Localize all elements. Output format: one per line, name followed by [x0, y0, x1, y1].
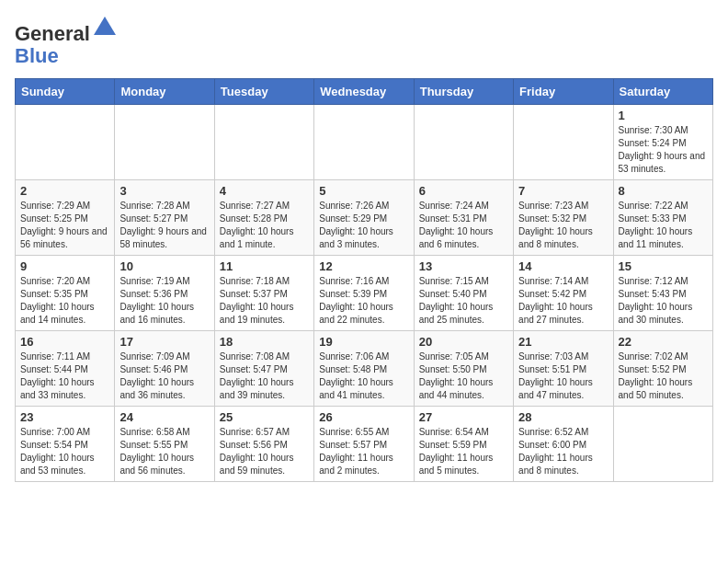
column-header-wednesday: Wednesday [314, 79, 414, 105]
calendar-cell [414, 105, 513, 180]
day-info: Sunrise: 6:52 AM Sunset: 6:00 PM Dayligh… [518, 426, 608, 477]
calendar-cell: 5Sunrise: 7:26 AM Sunset: 5:29 PM Daylig… [314, 180, 414, 256]
calendar-cell: 4Sunrise: 7:27 AM Sunset: 5:28 PM Daylig… [214, 180, 313, 256]
day-number: 24 [119, 410, 209, 424]
day-number: 19 [319, 335, 408, 349]
calendar-cell: 11Sunrise: 7:18 AM Sunset: 5:37 PM Dayli… [214, 256, 313, 331]
column-header-friday: Friday [514, 79, 613, 105]
calendar-cell: 9Sunrise: 7:20 AM Sunset: 5:35 PM Daylig… [16, 256, 115, 331]
calendar-cell: 27Sunrise: 6:54 AM Sunset: 5:59 PM Dayli… [414, 407, 513, 482]
day-info: Sunrise: 7:12 AM Sunset: 5:43 PM Dayligh… [619, 275, 708, 327]
day-info: Sunrise: 7:19 AM Sunset: 5:36 PM Dayligh… [119, 275, 209, 327]
calendar-cell: 28Sunrise: 6:52 AM Sunset: 6:00 PM Dayli… [514, 407, 613, 482]
calendar-cell: 19Sunrise: 7:06 AM Sunset: 5:48 PM Dayli… [314, 331, 414, 407]
calendar-cell: 18Sunrise: 7:08 AM Sunset: 5:47 PM Dayli… [214, 331, 313, 407]
day-info: Sunrise: 7:28 AM Sunset: 5:27 PM Dayligh… [119, 200, 209, 251]
day-info: Sunrise: 7:20 AM Sunset: 5:35 PM Dayligh… [20, 275, 109, 327]
day-info: Sunrise: 6:54 AM Sunset: 5:59 PM Dayligh… [419, 426, 508, 477]
day-info: Sunrise: 7:02 AM Sunset: 5:52 PM Dayligh… [619, 350, 708, 402]
day-number: 8 [619, 184, 708, 198]
svg-marker-0 [94, 17, 116, 35]
day-info: Sunrise: 6:58 AM Sunset: 5:55 PM Dayligh… [119, 426, 209, 477]
day-info: Sunrise: 7:29 AM Sunset: 5:25 PM Dayligh… [20, 200, 109, 251]
day-info: Sunrise: 7:16 AM Sunset: 5:39 PM Dayligh… [319, 275, 408, 327]
logo-icon [92, 15, 118, 40]
calendar-week-row: 9Sunrise: 7:20 AM Sunset: 5:35 PM Daylig… [16, 256, 713, 331]
day-info: Sunrise: 7:27 AM Sunset: 5:28 PM Dayligh… [220, 200, 309, 251]
day-number: 23 [20, 410, 109, 424]
calendar-cell: 1Sunrise: 7:30 AM Sunset: 5:24 PM Daylig… [613, 105, 712, 180]
calendar-cell: 17Sunrise: 7:09 AM Sunset: 5:46 PM Dayli… [115, 331, 214, 407]
day-number: 25 [220, 410, 309, 424]
column-header-saturday: Saturday [613, 79, 712, 105]
calendar-cell: 7Sunrise: 7:23 AM Sunset: 5:32 PM Daylig… [514, 180, 613, 256]
day-number: 13 [419, 259, 508, 273]
day-info: Sunrise: 7:15 AM Sunset: 5:40 PM Dayligh… [419, 275, 508, 327]
day-info: Sunrise: 7:03 AM Sunset: 5:51 PM Dayligh… [518, 350, 608, 402]
day-number: 6 [419, 184, 508, 198]
day-number: 9 [20, 259, 109, 273]
calendar-cell: 24Sunrise: 6:58 AM Sunset: 5:55 PM Dayli… [115, 407, 214, 482]
day-info: Sunrise: 7:05 AM Sunset: 5:50 PM Dayligh… [419, 350, 508, 402]
calendar-cell: 2Sunrise: 7:29 AM Sunset: 5:25 PM Daylig… [16, 180, 115, 256]
day-number: 17 [119, 335, 209, 349]
calendar-week-row: 23Sunrise: 7:00 AM Sunset: 5:54 PM Dayli… [16, 407, 713, 482]
logo-blue-text: Blue [15, 44, 59, 67]
calendar-cell [16, 105, 115, 180]
calendar-cell [613, 407, 712, 482]
calendar-header-row: SundayMondayTuesdayWednesdayThursdayFrid… [16, 79, 713, 105]
calendar-cell: 10Sunrise: 7:19 AM Sunset: 5:36 PM Dayli… [115, 256, 214, 331]
day-info: Sunrise: 7:18 AM Sunset: 5:37 PM Dayligh… [220, 275, 309, 327]
day-info: Sunrise: 7:00 AM Sunset: 5:54 PM Dayligh… [20, 426, 109, 477]
calendar-cell: 3Sunrise: 7:28 AM Sunset: 5:27 PM Daylig… [115, 180, 214, 256]
calendar-cell: 13Sunrise: 7:15 AM Sunset: 5:40 PM Dayli… [414, 256, 513, 331]
calendar-week-row: 1Sunrise: 7:30 AM Sunset: 5:24 PM Daylig… [16, 105, 713, 180]
day-info: Sunrise: 6:55 AM Sunset: 5:57 PM Dayligh… [319, 426, 408, 477]
day-number: 12 [319, 259, 408, 273]
calendar-week-row: 2Sunrise: 7:29 AM Sunset: 5:25 PM Daylig… [16, 180, 713, 256]
day-number: 20 [419, 335, 508, 349]
day-info: Sunrise: 7:23 AM Sunset: 5:32 PM Dayligh… [518, 200, 608, 251]
calendar-cell: 8Sunrise: 7:22 AM Sunset: 5:33 PM Daylig… [613, 180, 712, 256]
logo: General Blue [15, 15, 118, 67]
column-header-tuesday: Tuesday [214, 79, 313, 105]
column-header-thursday: Thursday [414, 79, 513, 105]
calendar-cell: 25Sunrise: 6:57 AM Sunset: 5:56 PM Dayli… [214, 407, 313, 482]
day-info: Sunrise: 7:08 AM Sunset: 5:47 PM Dayligh… [220, 350, 309, 402]
calendar-cell: 21Sunrise: 7:03 AM Sunset: 5:51 PM Dayli… [514, 331, 613, 407]
calendar-week-row: 16Sunrise: 7:11 AM Sunset: 5:44 PM Dayli… [16, 331, 713, 407]
calendar-cell: 14Sunrise: 7:14 AM Sunset: 5:42 PM Dayli… [514, 256, 613, 331]
day-number: 5 [319, 184, 408, 198]
calendar-cell [514, 105, 613, 180]
day-info: Sunrise: 7:24 AM Sunset: 5:31 PM Dayligh… [419, 200, 508, 251]
day-info: Sunrise: 7:22 AM Sunset: 5:33 PM Dayligh… [619, 200, 708, 251]
day-number: 14 [518, 259, 608, 273]
day-number: 18 [220, 335, 309, 349]
day-number: 11 [220, 259, 309, 273]
header: General Blue [15, 15, 713, 67]
calendar-cell: 6Sunrise: 7:24 AM Sunset: 5:31 PM Daylig… [414, 180, 513, 256]
calendar-cell: 16Sunrise: 7:11 AM Sunset: 5:44 PM Dayli… [16, 331, 115, 407]
calendar-cell: 26Sunrise: 6:55 AM Sunset: 5:57 PM Dayli… [314, 407, 414, 482]
column-header-sunday: Sunday [16, 79, 115, 105]
calendar-cell: 15Sunrise: 7:12 AM Sunset: 5:43 PM Dayli… [613, 256, 712, 331]
day-number: 4 [220, 184, 309, 198]
day-number: 27 [419, 410, 508, 424]
calendar-cell [214, 105, 313, 180]
calendar-cell: 20Sunrise: 7:05 AM Sunset: 5:50 PM Dayli… [414, 331, 513, 407]
day-info: Sunrise: 7:06 AM Sunset: 5:48 PM Dayligh… [319, 350, 408, 402]
column-header-monday: Monday [115, 79, 214, 105]
day-number: 28 [518, 410, 608, 424]
day-number: 2 [20, 184, 109, 198]
day-number: 26 [319, 410, 408, 424]
day-number: 21 [518, 335, 608, 349]
day-number: 22 [619, 335, 708, 349]
calendar-cell [314, 105, 414, 180]
day-info: Sunrise: 7:30 AM Sunset: 5:24 PM Dayligh… [619, 124, 708, 176]
calendar-table: SundayMondayTuesdayWednesdayThursdayFrid… [15, 78, 713, 482]
day-info: Sunrise: 7:26 AM Sunset: 5:29 PM Dayligh… [319, 200, 408, 251]
day-info: Sunrise: 7:09 AM Sunset: 5:46 PM Dayligh… [119, 350, 209, 402]
day-number: 7 [518, 184, 608, 198]
day-number: 3 [119, 184, 209, 198]
calendar-cell: 23Sunrise: 7:00 AM Sunset: 5:54 PM Dayli… [16, 407, 115, 482]
